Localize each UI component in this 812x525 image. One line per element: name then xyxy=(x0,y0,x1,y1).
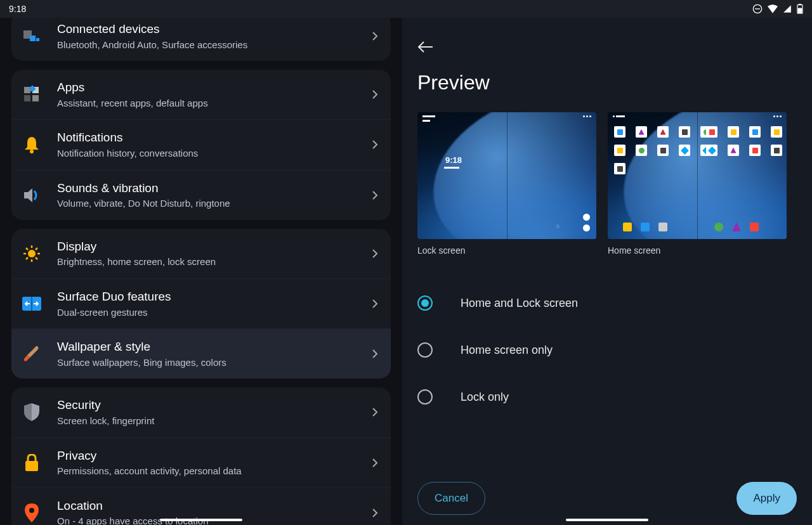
item-sub: Notification history, conversations xyxy=(57,147,372,160)
item-title: Wallpaper & style xyxy=(57,339,372,355)
brightness-icon xyxy=(20,242,43,265)
apply-label: Apply xyxy=(753,492,780,505)
cancel-label: Cancel xyxy=(435,492,468,505)
item-title: Location xyxy=(57,498,372,514)
item-sub: Screen lock, fingerprint xyxy=(57,415,372,427)
item-title: Connected devices xyxy=(57,22,372,37)
connected-devices-icon xyxy=(20,25,43,48)
settings-item-security[interactable]: Security Screen lock, fingerprint xyxy=(11,387,391,438)
svg-point-13 xyxy=(30,150,34,153)
item-title: Display xyxy=(57,239,372,255)
radio-lock-only[interactable]: Lock only xyxy=(417,373,801,420)
status-time: 9:18 xyxy=(9,4,26,14)
settings-item-connected-devices[interactable]: Connected devices Bluetooth, Android Aut… xyxy=(11,18,391,61)
radio-label: Home and Lock screen xyxy=(461,297,578,310)
svg-rect-8 xyxy=(24,87,30,93)
chevron-right-icon xyxy=(372,249,378,259)
settings-item-privacy[interactable]: Privacy Permissions, account activity, p… xyxy=(11,438,391,488)
duo-icon xyxy=(20,292,43,315)
item-sub: Surface wallpapers, Bing images, colors xyxy=(57,356,372,369)
wallpaper-preview-pane: Preview 9:18 ⌂ Lock screen xyxy=(402,18,812,525)
radio-home-only[interactable]: Home screen only xyxy=(417,327,801,373)
svg-line-20 xyxy=(36,257,37,259)
chevron-right-icon xyxy=(372,299,378,309)
svg-rect-3 xyxy=(799,4,801,5)
status-bar: 9:18 xyxy=(0,0,812,18)
cancel-button[interactable]: Cancel xyxy=(417,482,485,515)
settings-item-surface-duo[interactable]: Surface Duo features Dual-screen gesture… xyxy=(11,279,391,329)
settings-item-display[interactable]: Display Brightness, home screen, lock sc… xyxy=(11,229,391,279)
chevron-right-icon xyxy=(372,458,378,468)
radio-label: Home screen only xyxy=(461,344,553,357)
back-button[interactable] xyxy=(417,34,443,60)
preview-home-screen[interactable]: Home screen xyxy=(608,112,787,256)
item-sub: Volume, vibrate, Do Not Disturb, rington… xyxy=(57,197,372,210)
settings-list-pane: Connected devices Bluetooth, Android Aut… xyxy=(0,18,402,525)
settings-item-wallpaper[interactable]: Wallpaper & style Surface wallpapers, Bi… xyxy=(11,329,391,379)
item-title: Sounds & vibration xyxy=(57,181,372,197)
preview-label: Lock screen xyxy=(417,245,596,256)
gesture-handle[interactable] xyxy=(160,519,242,521)
item-title: Apps xyxy=(57,80,372,96)
svg-point-14 xyxy=(28,250,36,257)
chevron-right-icon xyxy=(372,407,378,417)
page-title: Preview xyxy=(417,71,801,94)
lock-icon xyxy=(20,451,43,474)
unlock-hint-icon: ⌂ xyxy=(556,223,560,229)
dnd-icon xyxy=(752,4,763,14)
radio-label: Lock only xyxy=(461,391,509,404)
chevron-right-icon xyxy=(372,31,378,41)
settings-item-notifications[interactable]: Notifications Notification history, conv… xyxy=(11,120,391,170)
preview-label: Home screen xyxy=(608,245,787,256)
svg-rect-10 xyxy=(24,95,30,101)
item-title: Surface Duo features xyxy=(57,289,372,305)
speaker-icon xyxy=(20,184,43,207)
wifi-icon xyxy=(768,4,778,13)
item-sub: Dual-screen gestures xyxy=(57,306,372,319)
radio-icon xyxy=(417,389,433,405)
svg-rect-6 xyxy=(30,36,36,41)
chevron-right-icon xyxy=(372,190,378,200)
radio-home-and-lock[interactable]: Home and Lock screen xyxy=(417,280,801,327)
arrow-left-icon xyxy=(417,41,434,53)
settings-item-sounds[interactable]: Sounds & vibration Volume, vibrate, Do N… xyxy=(11,171,391,220)
signal-icon xyxy=(783,4,792,13)
svg-line-19 xyxy=(26,248,28,250)
chevron-right-icon xyxy=(372,139,378,150)
lock-preview-time: 9:18 xyxy=(445,155,462,165)
item-sub: Permissions, account activity, personal … xyxy=(57,465,372,477)
chevron-right-icon xyxy=(372,349,378,359)
radio-icon xyxy=(417,295,433,311)
item-title: Privacy xyxy=(57,448,372,464)
svg-point-26 xyxy=(29,508,34,513)
svg-line-21 xyxy=(26,257,28,259)
svg-rect-7 xyxy=(36,38,39,41)
preview-lock-screen[interactable]: 9:18 ⌂ Lock screen xyxy=(417,112,596,256)
item-sub: Brightness, home screen, lock screen xyxy=(57,256,372,268)
radio-icon xyxy=(417,342,433,358)
apps-icon xyxy=(20,83,43,106)
svg-rect-11 xyxy=(32,95,39,101)
item-sub: Bluetooth, Android Auto, Surface accesso… xyxy=(57,39,372,51)
chevron-right-icon xyxy=(372,508,378,518)
battery-icon xyxy=(797,4,803,14)
item-title: Security xyxy=(57,398,372,413)
svg-line-22 xyxy=(36,248,37,250)
item-sub: Assistant, recent apps, default apps xyxy=(57,97,372,110)
svg-rect-25 xyxy=(25,461,38,471)
svg-rect-4 xyxy=(798,8,802,13)
gesture-handle[interactable] xyxy=(566,519,648,521)
bell-icon xyxy=(20,133,43,156)
location-pin-icon xyxy=(20,502,43,524)
chevron-right-icon xyxy=(372,89,378,100)
shield-icon xyxy=(20,401,43,424)
status-icons xyxy=(752,4,803,14)
item-title: Notifications xyxy=(57,130,372,146)
paintbrush-icon xyxy=(20,342,43,365)
apply-button[interactable]: Apply xyxy=(737,482,797,515)
settings-item-apps[interactable]: Apps Assistant, recent apps, default app… xyxy=(11,70,391,120)
